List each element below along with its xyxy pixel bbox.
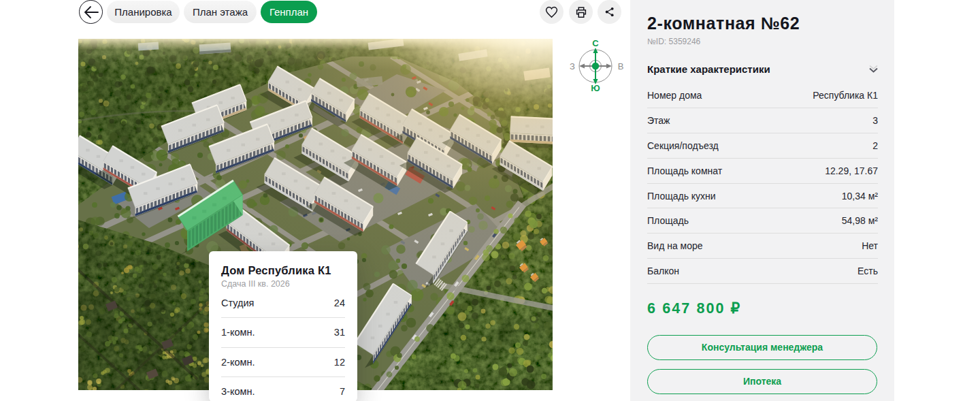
svg-text:В: В <box>618 61 624 71</box>
svg-text:З: З <box>570 61 575 71</box>
svg-text:Ю: Ю <box>591 83 600 93</box>
svg-text:С: С <box>592 39 599 48</box>
